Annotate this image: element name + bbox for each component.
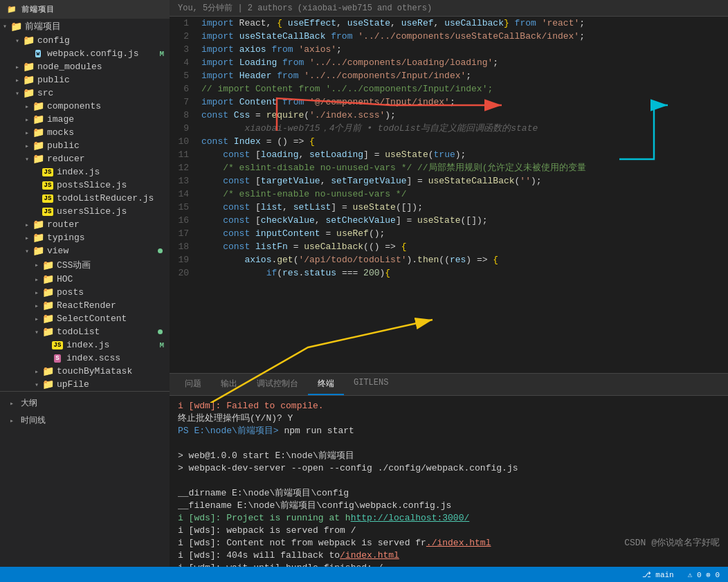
sidebar-item-webpack[interactable]: W webpack.config.js M [0, 47, 170, 60]
line-number: 10 [170, 135, 197, 148]
code-line-6: 6 // import Content from '../../componen… [170, 82, 728, 96]
line-number: 15 [170, 201, 197, 214]
branch-info: ⎇ main [642, 570, 674, 579]
code-line-14: 14 /* eslint-enable no-unused-vars */ [170, 188, 728, 201]
item-label: todoListReducer.js [57, 193, 154, 203]
sidebar-bottom: 大纲 时间线 [0, 391, 170, 429]
item-label: HOC [57, 274, 73, 284]
panel-tab-gitlens[interactable]: GITLENS [344, 374, 398, 395]
line-number: 19 [170, 253, 197, 266]
chevron-icon [22, 221, 32, 229]
sidebar-item-config[interactable]: 📁 config [0, 34, 170, 47]
sidebar-item-hoc[interactable]: 📁 HOC [0, 273, 170, 286]
item-label: router [47, 219, 80, 230]
file-icon: 📁 [32, 246, 44, 256]
terminal-line: PS E:\node\前端项目> npm run start [178, 425, 720, 437]
file-icon: 📁 [42, 275, 54, 284]
file-icon: 📁 [22, 75, 35, 85]
line-content: const Index = () => { [197, 135, 728, 148]
item-label: index.js [66, 340, 109, 350]
sidebar-item-src[interactable]: 📁 src [0, 87, 170, 100]
panel-tab-terminal[interactable]: 终端 [308, 374, 344, 395]
sidebar-item-router[interactable]: 📁 router [0, 218, 170, 231]
file-icon: 📁 [32, 115, 44, 125]
file-icon: 📁 [42, 260, 54, 270]
item-label: config [37, 35, 70, 46]
line-number: 4 [170, 56, 197, 69]
code-line-7: 7 import Content from '@/components/Inpu… [170, 96, 728, 109]
item-label: webpack.config.js [47, 48, 139, 59]
sidebar-item-todolist-scss[interactable]: S index.scss [0, 352, 170, 365]
sidebar-item-todolist[interactable]: 📁 todoList [0, 325, 170, 338]
code-editor[interactable]: 1 import React, { useEffect, useState, u… [170, 17, 728, 373]
chevron-icon [32, 315, 42, 323]
sidebar-item-reducer[interactable]: 📁 reducer [0, 152, 170, 165]
badge-dot [158, 329, 163, 334]
line-number: 11 [170, 148, 197, 161]
line-content: const listFn = useCallback(() => { [197, 240, 728, 253]
sidebar-item-image[interactable]: 📁 image [0, 113, 170, 126]
line-number: 3 [170, 43, 197, 56]
terminal-panel: 问题输出调试控制台终端GITLENS i [wdm]: Failed to co… [170, 373, 728, 567]
file-icon: 📁 [32, 220, 44, 230]
sidebar-item-postsSlice[interactable]: JS postsSlice.js [0, 179, 170, 192]
item-label: index.scss [66, 353, 120, 363]
code-line-13: 13 const [targetValue, setTargetValue] =… [170, 174, 728, 188]
sidebar-item-public2[interactable]: 📁 public [0, 139, 170, 152]
panel-tab-debug[interactable]: 调试控制台 [247, 374, 308, 395]
line-number: 2 [170, 30, 197, 43]
sidebar-item-posts[interactable]: 📁 posts [0, 286, 170, 299]
chevron-icon [22, 234, 32, 242]
terminal-line [178, 475, 720, 487]
file-icon: 📁 [32, 154, 44, 164]
terminal-line: i [wds]: Project is running at hhttp://l… [178, 512, 720, 525]
sidebar-item-selectcontent[interactable]: 📁 SelectContent [0, 312, 170, 325]
code-line-20: 20 if(res.status === 200){ [170, 266, 728, 280]
item-label: src [37, 88, 53, 98]
sidebar-item-upfile[interactable]: 📁 upFile [0, 378, 170, 391]
sidebar-item-css-anim[interactable]: 📁 CSS动画 [0, 257, 170, 273]
file-icon: 📁 [22, 36, 35, 46]
sidebar-item-root[interactable]: 📁 前端项目 [0, 19, 170, 34]
line-number: 20 [170, 266, 197, 280]
file-icon: JS [42, 207, 54, 217]
panel-tab-problems[interactable]: 问题 [175, 374, 211, 395]
sidebar-title: 📁 前端项目 [0, 0, 170, 19]
line-number: 8 [170, 109, 197, 122]
code-line-2: 2 import useStateCallBack from '../../co… [170, 30, 728, 43]
panel-tab-output[interactable]: 输出 [211, 374, 247, 395]
line-content: import axios from 'axios'; [197, 43, 728, 56]
item-label: image [47, 114, 74, 125]
sidebar-item-mocks[interactable]: 📁 mocks [0, 126, 170, 139]
code-line-11: 11 const [loading, setLoading] = useStat… [170, 148, 728, 161]
line-content: // import Content from '../../components… [197, 82, 728, 96]
badge-dot [158, 248, 163, 253]
file-icon: S [51, 354, 64, 363]
sidebar-item-touchbymiatask[interactable]: 📁 touchByMiatask [0, 365, 170, 378]
sidebar-item-reactrender[interactable]: 📁 ReactRender [0, 299, 170, 312]
terminal-line: i [wds]: Content not from webpack is ser… [178, 537, 720, 549]
line-content: /* eslint-enable no-unused-vars */ [197, 188, 728, 201]
sidebar-item-public[interactable]: 📁 public [0, 73, 170, 87]
terminal-line: __filename E:\node\前端项目\config\webpack.c… [178, 500, 720, 512]
file-icon: 📁 [32, 128, 44, 138]
terminal-line [178, 437, 720, 450]
terminal-line: i [wds]: 404s will fallback to/index.htm… [178, 549, 720, 562]
terminal-content[interactable]: i [wdm]: Failed to compile.终止批处理操作吗(Y/N)… [170, 396, 728, 567]
file-icon: 📁 [32, 233, 44, 243]
git-info-bar: You, 5分钟前 | 2 authors (xiaobai-web715 an… [170, 0, 728, 17]
sidebar-item-typings[interactable]: 📁 typings [0, 231, 170, 244]
sidebar-outline[interactable]: 大纲 [0, 394, 170, 412]
terminal-line: 终止批处理操作吗(Y/N)? Y [178, 412, 720, 425]
sidebar-item-components[interactable]: 📁 components [0, 100, 170, 113]
chevron-icon [22, 142, 32, 150]
sidebar-timeline[interactable]: 时间线 [0, 412, 170, 429]
sidebar-item-usersSlice[interactable]: JS usersSlice.js [0, 205, 170, 218]
sidebar-item-todoListReducer[interactable]: JS todoListReducer.js [0, 192, 170, 205]
sidebar-item-node_modules[interactable]: 📁 node_modules [0, 60, 170, 73]
sidebar-item-index-js[interactable]: JS index.js [0, 165, 170, 179]
sidebar-item-view[interactable]: 📁 view [0, 244, 170, 257]
code-line-4: 4 import Loading from '../../components/… [170, 56, 728, 69]
chevron-icon [12, 89, 22, 98]
sidebar-item-todolist-index[interactable]: JS index.js M [0, 338, 170, 352]
